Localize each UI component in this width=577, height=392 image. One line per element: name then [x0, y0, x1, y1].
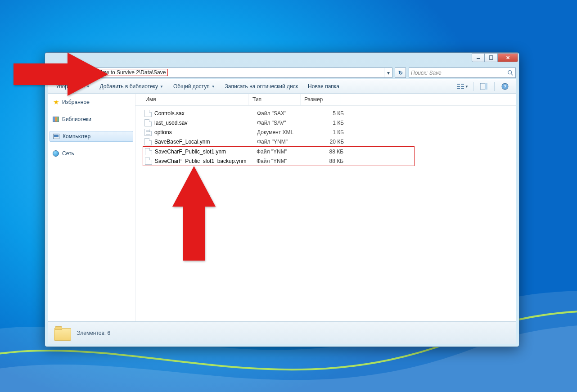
- file-row[interactable]: optionsДокумент XML1 КБ: [135, 127, 516, 137]
- close-button[interactable]: ✕: [498, 53, 518, 62]
- computer-icon: [53, 133, 60, 140]
- highlighted-files: SaveCharF_Public_slot1.ynmФайл "YNM"88 К…: [143, 146, 415, 166]
- sidebar-item-computer[interactable]: Компьютер: [50, 131, 133, 142]
- column-headers: Имя Тип Размер: [135, 94, 516, 106]
- refresh-button[interactable]: ↻: [395, 68, 406, 78]
- forward-button[interactable]: [62, 67, 74, 79]
- nav-row: s\How to Survive 2\Data\Save ▾ ↻ Поиск: …: [45, 67, 519, 79]
- file-row[interactable]: Controls.saxФайл "SAX"5 КБ: [135, 108, 516, 118]
- sidebar-item-network[interactable]: Сеть: [48, 148, 135, 159]
- file-icon: [144, 110, 152, 117]
- body: ★Избранное Библиотеки Компьютер Сеть Имя…: [48, 94, 516, 321]
- organize-menu[interactable]: Упор…чить▼: [51, 81, 95, 91]
- svg-rect-7: [461, 84, 464, 85]
- file-row[interactable]: SaveCharF_Public_slot1_backup.ynmФайл "Y…: [144, 156, 413, 166]
- add-to-library-menu[interactable]: Добавить в библиотеку▼: [95, 81, 168, 91]
- column-name[interactable]: Имя: [135, 94, 249, 105]
- star-icon: ★: [52, 99, 59, 106]
- file-icon: [145, 148, 152, 155]
- new-folder-button[interactable]: Новая папка: [303, 81, 344, 91]
- search-input[interactable]: Поиск: Save: [409, 68, 516, 78]
- file-icon: [144, 119, 152, 126]
- nav-buttons: [48, 68, 78, 78]
- titlebar[interactable]: ✕: [45, 53, 519, 67]
- search-icon: [507, 70, 514, 76]
- folder-icon: [82, 69, 90, 77]
- svg-point-2: [508, 70, 512, 74]
- svg-rect-5: [457, 86, 460, 87]
- xml-file-icon: [144, 129, 152, 136]
- file-list[interactable]: Controls.saxФайл "SAX"5 КБ last_used.sav…: [135, 106, 516, 166]
- toolbar: Упор…чить▼ Добавить в библиотеку▼ Общий …: [48, 79, 516, 94]
- svg-rect-1: [489, 56, 493, 59]
- svg-text:?: ?: [504, 84, 507, 89]
- address-dropdown[interactable]: ▾: [384, 68, 392, 77]
- column-type[interactable]: Тип: [249, 94, 301, 105]
- svg-rect-11: [485, 83, 487, 90]
- maximize-button[interactable]: [485, 53, 498, 62]
- svg-rect-8: [461, 86, 464, 87]
- help-button[interactable]: ?: [497, 81, 513, 92]
- svg-rect-6: [457, 88, 460, 89]
- file-row[interactable]: SaveCharF_Public_slot1.ynmФайл "YNM"88 К…: [144, 147, 413, 156]
- network-icon: [52, 150, 59, 157]
- file-row[interactable]: SaveBaseF_Local.ynmФайл "YNM"20 КБ: [135, 137, 516, 146]
- minimize-button[interactable]: [472, 53, 485, 62]
- svg-rect-9: [461, 88, 464, 89]
- burn-button[interactable]: Записать на оптический диск: [221, 81, 303, 91]
- search-placeholder: Поиск: Save: [411, 70, 507, 76]
- back-button[interactable]: [48, 67, 60, 79]
- share-menu[interactable]: Общий доступ▼: [169, 81, 220, 91]
- explorer-window: ✕ s\How to Survive 2\Data\Save ▾ ↻ Поиск…: [45, 52, 519, 347]
- sidebar: ★Избранное Библиотеки Компьютер Сеть: [48, 94, 135, 321]
- sidebar-item-favorites[interactable]: ★Избранное: [48, 97, 135, 108]
- column-size[interactable]: Размер: [301, 94, 341, 105]
- file-row[interactable]: last_used.savФайл "SAV"1 КБ: [135, 118, 516, 127]
- file-pane: Имя Тип Размер Controls.saxФайл "SAX"5 К…: [135, 94, 516, 321]
- file-icon: [145, 158, 152, 165]
- libraries-icon: [52, 116, 59, 123]
- status-bar: Элементов: 6: [48, 321, 516, 344]
- svg-rect-4: [457, 84, 460, 85]
- svg-line-3: [511, 73, 513, 75]
- preview-pane-button[interactable]: [476, 81, 491, 92]
- svg-rect-0: [477, 58, 480, 59]
- view-options-button[interactable]: ▼: [455, 81, 470, 92]
- folder-icon: [54, 326, 70, 340]
- file-icon: [144, 138, 152, 145]
- breadcrumb[interactable]: s\How to Survive 2\Data\Save: [92, 68, 384, 77]
- sidebar-item-libraries[interactable]: Библиотеки: [48, 114, 135, 125]
- address-bar[interactable]: s\How to Survive 2\Data\Save ▾: [81, 68, 392, 78]
- status-text: Элементов: 6: [77, 330, 110, 336]
